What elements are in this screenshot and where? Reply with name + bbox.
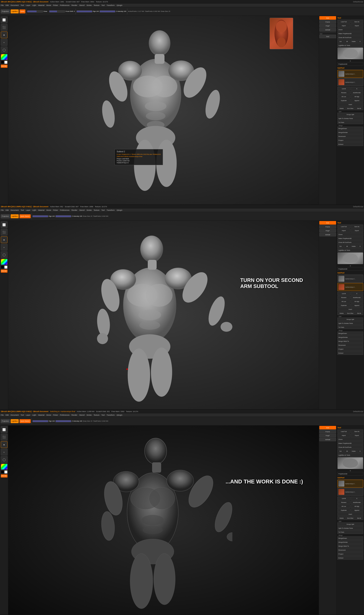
groups-split-btn-3[interactable]: Groups Split [338, 522, 363, 526]
autoreorder-btn-2[interactable]: AutoReorder [351, 296, 364, 299]
black-swatch-1[interactable] [1, 61, 4, 64]
close-all-btn-2[interactable]: Close All SubTools [338, 241, 363, 244]
draw-size-track-1[interactable] [27, 11, 43, 13]
move-tool-3[interactable]: ⬛ [1, 434, 7, 440]
move-tool-2[interactable]: ⬛ [1, 229, 7, 236]
extract-btn-2[interactable]: Extract [338, 351, 363, 355]
duplicate-btn-3[interactable]: Duplicate [338, 508, 350, 512]
append-btn-2[interactable]: Append [351, 303, 364, 307]
end-other-btn-2[interactable]: End Other [346, 312, 354, 315]
delete-btn-3[interactable]: Delete [338, 516, 346, 520]
clone-btn-3[interactable]: Clone [338, 437, 363, 441]
reremesh-btn-2[interactable]: Reremesh [338, 343, 363, 347]
menu-stencil-3[interactable]: Stencil [79, 414, 85, 416]
visible-btn-1[interactable]: Visible [351, 40, 357, 43]
make-polymesh-btn-3[interactable]: Make PolyMesh3D [338, 441, 363, 445]
all-high-btn-2[interactable]: All High [351, 300, 364, 303]
menu-texture-1[interactable]: Texture [94, 4, 100, 6]
menu-texture-3[interactable]: Texture [94, 414, 100, 416]
menu-material-2[interactable]: Material [38, 209, 44, 211]
split-similar-btn-1[interactable]: Split To Similar Parts [338, 117, 363, 120]
merge-weld-btn-2[interactable]: Merge Weld To [338, 339, 363, 343]
project-btn-1[interactable]: Project [338, 138, 363, 142]
duplicate-btn-2[interactable]: Duplicate [338, 303, 350, 307]
menu-stencil-2[interactable]: Stencil [79, 209, 85, 211]
alternate-btn-2[interactable]: Alternate [1, 270, 7, 273]
rgb-track-1[interactable] [77, 11, 92, 13]
merge-down-btn-3[interactable]: MergeDown [338, 536, 363, 540]
del-all-btn-2[interactable]: Del All [355, 312, 363, 315]
menu-movie-2[interactable]: Movie [46, 209, 51, 211]
rename-btn-2[interactable]: Rename [338, 296, 350, 299]
smooth-1[interactable]: ◯ [1, 46, 7, 53]
menu-file-3[interactable]: File [1, 414, 4, 416]
project-btn-3[interactable]: Project [338, 552, 363, 556]
brush-tool-3[interactable]: ● [1, 441, 7, 448]
export-btn-1[interactable]: Export [351, 24, 364, 27]
rp-btn-solo-2[interactable]: Solo [319, 221, 336, 225]
subtool-item-3b[interactable]: martiarvetopo-f... [338, 488, 363, 496]
menu-edit-3[interactable]: Edit [6, 414, 9, 416]
rename-btn-1[interactable]: Rename [338, 91, 350, 94]
z-track-2[interactable] [55, 215, 71, 217]
insert-btn-2[interactable]: Insert [338, 307, 363, 311]
select-tool-2[interactable]: ⬜ [1, 221, 7, 228]
list-all-btn-1[interactable]: List All [338, 87, 350, 90]
subtool-item-2b[interactable]: martiarvetopo-f... [338, 283, 363, 291]
menu-light-2[interactable]: Light [32, 209, 36, 211]
menu-stroke-1[interactable]: Stroke [87, 4, 92, 6]
all-btn-2[interactable]: All [344, 245, 350, 248]
menu-file-2[interactable]: File [1, 209, 4, 211]
split-similar-btn-2[interactable]: Split To Similar Parts [338, 321, 363, 325]
menu-light-1[interactable]: Light [32, 4, 36, 6]
quicksketch-btn-3[interactable]: Quick Sketch [19, 419, 31, 423]
all-btn-1[interactable]: All [344, 40, 350, 43]
menu-light-3[interactable]: Light [32, 414, 36, 416]
end-other-btn-1[interactable]: End Other [346, 107, 354, 110]
lightbox-tools-btn-1[interactable]: LightBox & Tools [338, 43, 363, 47]
menu-layer-1[interactable]: Layer [26, 4, 30, 6]
export-btn-2[interactable]: Export [351, 229, 364, 232]
merge-down-btn-1[interactable]: MergeDown [338, 127, 363, 130]
import-btn-3[interactable]: Import [338, 434, 350, 437]
merge-similar-btn-3[interactable]: MergeSimilar [338, 540, 363, 544]
list-all-btn-2[interactable]: List All [338, 292, 350, 295]
all-low-btn-2[interactable]: All Low [338, 300, 350, 303]
rp-goz-btn[interactable]: GoZ [319, 35, 336, 38]
k-btn-2[interactable]: K [357, 245, 363, 248]
menu-movie-3[interactable]: Movie [46, 414, 51, 416]
menu-material-3[interactable]: Material [38, 414, 44, 416]
lightbox-btn-2[interactable]: LightBox [11, 214, 19, 218]
color-picker-1[interactable] [1, 54, 7, 60]
extract-btn-1[interactable]: Extract [338, 142, 363, 146]
rgb-track-2[interactable] [32, 215, 48, 217]
clone-btn-2[interactable]: Clone [338, 233, 363, 236]
menu-picker-1[interactable]: Picker [53, 4, 58, 6]
rp-btn-aa-2[interactable]: AAHalf [319, 233, 336, 236]
import-btn-2[interactable]: Import [338, 229, 350, 232]
rp-btn-polyf-2[interactable]: PolyF [319, 229, 336, 232]
k-subtool-btn-3[interactable]: K [351, 497, 364, 500]
gol-btn-3[interactable]: Gol [338, 449, 344, 453]
black-swatch-3[interactable] [1, 470, 4, 474]
viewport-1[interactable]: Subtool 2 D:\AA-TRABAJOS 1 TB\AA-ZBRUSH … [8, 16, 319, 205]
menu-preferences-1[interactable]: Preferences [60, 4, 70, 6]
delete-btn-2[interactable]: Delete [338, 312, 346, 315]
tool-thumb-1[interactable] [338, 47, 363, 59]
subtool-item-2a[interactable]: martiarvetopo-f... [338, 275, 363, 283]
merge-similar-btn-1[interactable]: MergeSimilar [338, 131, 363, 134]
viewport-2[interactable]: TURN ON YOUR SECONDARM SUBTOOL [8, 221, 319, 409]
make-polymesh-btn-2[interactable]: Make PolyMesh3D [338, 237, 363, 240]
delete-btn-1[interactable]: Delete [338, 107, 346, 110]
focal-track-1[interactable] [49, 11, 65, 13]
end-other-btn-3[interactable]: End Other [346, 516, 354, 520]
gol-btn-2[interactable]: Gol [338, 245, 344, 248]
rp-btn-1[interactable]: Solo [319, 16, 336, 20]
merge-down-btn-2[interactable]: MergeDown [338, 331, 363, 335]
close-all-btn-1[interactable]: Close All SubTools [338, 36, 363, 39]
menu-transform-1[interactable]: Transform [107, 4, 115, 6]
menu-layer-2[interactable]: Layer [26, 209, 30, 211]
save-as-btn-2[interactable]: Save As [351, 225, 364, 228]
menu-document-2[interactable]: Document [11, 209, 19, 211]
to-parts-btn-3[interactable]: To Parts [338, 530, 363, 534]
